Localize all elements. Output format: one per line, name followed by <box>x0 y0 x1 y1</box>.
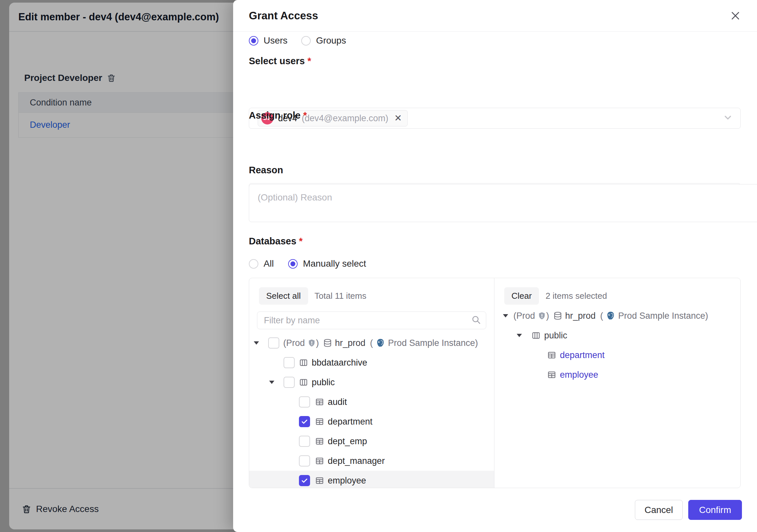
instance-name: Prod Sample Instance) <box>618 311 708 321</box>
databases-label: Databases* <box>249 236 741 247</box>
table-icon <box>315 476 324 485</box>
schema-icon <box>299 358 308 367</box>
database-icon <box>553 311 562 321</box>
scope-radio-group: Users Groups <box>249 35 741 46</box>
caret-down-icon[interactable] <box>502 314 509 317</box>
checkbox-department[interactable] <box>299 416 310 427</box>
env-badge: (Prod <box>513 311 535 321</box>
shield-icon <box>308 338 316 348</box>
tree-row-table[interactable]: department <box>495 345 740 365</box>
tree-row-schema[interactable]: public <box>495 326 740 345</box>
tree-row-table[interactable]: dept_emp <box>249 431 494 451</box>
tree-row-table[interactable]: employee <box>249 471 494 488</box>
env-badge-close: ) <box>316 338 319 348</box>
checkbox-audit[interactable] <box>299 396 310 408</box>
caret-down-icon[interactable] <box>516 334 523 337</box>
env-badge: (Prod <box>283 338 305 348</box>
instance-open: ( <box>600 311 603 321</box>
radio-all-databases[interactable]: All <box>249 259 274 269</box>
radio-manual-label: Manually select <box>303 259 366 269</box>
schema-name: public <box>312 377 335 388</box>
total-items-label: Total 11 items <box>315 291 366 301</box>
database-name: hr_prod <box>565 311 595 321</box>
selected-table-link[interactable]: department <box>560 350 605 360</box>
database-icon <box>323 338 332 348</box>
checkbox-dept-emp[interactable] <box>299 436 310 447</box>
source-panel-header: Select all Total 11 items <box>249 278 494 305</box>
checkbox-bbdataarchive[interactable] <box>284 357 295 368</box>
database-name: hr_prod <box>335 338 365 348</box>
radio-groups-circle[interactable] <box>301 36 311 46</box>
checkbox-public[interactable] <box>284 377 295 388</box>
modal-footer: Cancel Confirm <box>635 500 742 520</box>
tree-row-table[interactable]: employee <box>495 365 740 385</box>
selected-table-link[interactable]: employee <box>560 370 598 380</box>
radio-all-label: All <box>263 259 274 269</box>
radio-users[interactable]: Users <box>249 35 288 46</box>
postgresql-icon <box>606 311 616 321</box>
table-icon <box>315 436 324 446</box>
tree-row-schema[interactable]: public <box>249 372 494 392</box>
selected-count-label: 2 items selected <box>545 291 607 301</box>
source-tree: (Prod ) hr_prod ( Prod Sample Instance) <box>249 333 494 488</box>
clear-button[interactable]: Clear <box>504 287 539 305</box>
env-badge-close: ) <box>546 311 549 321</box>
selected-tree: (Prod ) hr_prod ( Prod Sample Instance) <box>495 306 740 385</box>
checkbox-hr-prod[interactable] <box>268 337 279 349</box>
tree-row-schema[interactable]: bbdataarchive <box>249 353 494 372</box>
close-icon[interactable] <box>728 9 742 23</box>
cancel-button[interactable]: Cancel <box>635 500 683 520</box>
radio-manual-circle[interactable] <box>288 259 298 268</box>
radio-users-label: Users <box>263 35 288 46</box>
database-source-panel: Select all Total 11 items (Prod <box>249 278 495 488</box>
table-name: employee <box>328 476 366 486</box>
modal-title: Grant Access <box>249 10 728 22</box>
select-all-button[interactable]: Select all <box>259 287 308 305</box>
tree-row-table[interactable]: department <box>249 412 494 431</box>
selected-panel-header: Clear 2 items selected <box>495 278 740 305</box>
database-selected-panel: Clear 2 items selected (Prod ) hr_prod <box>495 278 740 488</box>
tree-row-table[interactable]: audit <box>249 392 494 412</box>
schema-icon <box>299 377 308 387</box>
schema-name: public <box>544 330 567 341</box>
checkbox-dept-manager[interactable] <box>299 455 310 466</box>
tree-row-database[interactable]: (Prod ) hr_prod ( Prod Sample Instance) <box>495 306 740 326</box>
table-name: dept_emp <box>328 436 367 447</box>
instance-name: Prod Sample Instance) <box>388 338 478 348</box>
modal-header: Grant Access <box>233 0 757 32</box>
radio-all-circle[interactable] <box>249 259 258 268</box>
table-icon <box>547 370 557 380</box>
table-name: audit <box>328 397 347 407</box>
table-icon <box>315 456 324 466</box>
checkbox-employee[interactable] <box>299 475 310 486</box>
grant-access-modal: Grant Access Users Groups Select users* … <box>233 0 757 532</box>
table-icon <box>547 350 557 360</box>
search-icon <box>471 315 481 326</box>
databases-mode-radio-group: All Manually select <box>249 259 741 269</box>
tree-row-table[interactable]: dept_manager <box>249 451 494 471</box>
table-icon <box>315 397 324 407</box>
radio-users-circle[interactable] <box>249 36 258 46</box>
database-transfer: Select all Total 11 items (Prod <box>249 278 741 488</box>
required-asterisk: * <box>303 110 307 121</box>
instance-open: ( <box>370 338 373 348</box>
caret-down-icon[interactable] <box>268 381 275 384</box>
reason-label: Reason <box>249 165 741 175</box>
table-name: department <box>328 417 373 427</box>
radio-manually-select[interactable]: Manually select <box>288 259 366 269</box>
postgresql-icon <box>376 338 385 348</box>
shield-icon <box>538 311 546 320</box>
schema-name: bbdataarchive <box>312 358 367 368</box>
filter-by-name-input[interactable] <box>257 312 486 329</box>
reason-textarea[interactable] <box>249 184 757 222</box>
schema-icon <box>531 330 541 340</box>
select-users-label: Select users* <box>249 56 741 67</box>
tree-row-database[interactable]: (Prod ) hr_prod ( Prod Sample Instance) <box>249 333 494 353</box>
confirm-button[interactable]: Confirm <box>688 500 742 520</box>
table-name: dept_manager <box>328 456 385 466</box>
filter-wrap <box>257 312 486 329</box>
assign-role-label: Assign role* <box>249 110 741 121</box>
radio-groups[interactable]: Groups <box>301 35 346 46</box>
radio-groups-label: Groups <box>316 35 346 46</box>
caret-down-icon[interactable] <box>253 341 260 345</box>
